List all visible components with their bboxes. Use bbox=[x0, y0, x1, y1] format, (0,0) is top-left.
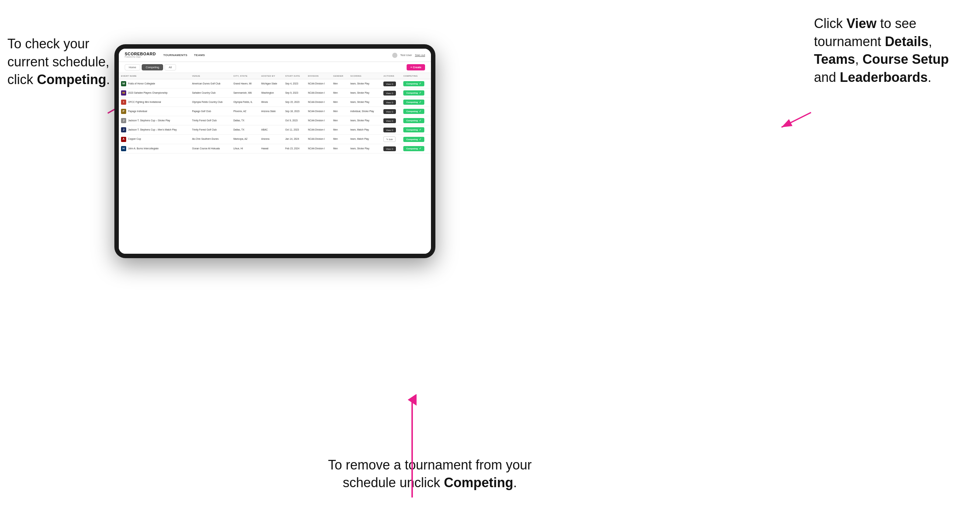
col-venue: VENUE bbox=[190, 73, 231, 79]
cell-gender: Men bbox=[331, 98, 348, 107]
cell-division: NCAA Division I bbox=[306, 144, 331, 153]
competing-button[interactable]: Competing ✓ bbox=[403, 109, 424, 114]
nav-teams[interactable]: TEAMS bbox=[194, 53, 205, 57]
cell-city: Grand Haven, MI bbox=[231, 79, 259, 89]
edit-button[interactable]: ✎ Edit bbox=[383, 137, 396, 142]
cell-start-date: Sep 18, 2023 bbox=[283, 107, 306, 116]
cell-competing: Competing ✓ bbox=[401, 125, 431, 135]
cell-competing: Competing ✓ bbox=[401, 107, 431, 116]
cell-city: Dallas, TX bbox=[231, 116, 259, 125]
cell-gender: Men bbox=[331, 107, 348, 116]
tablet-screen: SCOREBOARD Powered by clippi TOURNAMENTS… bbox=[119, 49, 431, 254]
logo-sub-text: Powered by clippi bbox=[125, 56, 156, 58]
event-name-cell: A Copper Cup bbox=[121, 137, 188, 142]
competing-button[interactable]: Competing ✓ bbox=[403, 127, 424, 132]
cell-action: View ⊙ bbox=[381, 144, 401, 153]
competing-button[interactable]: Competing ✓ bbox=[403, 100, 424, 105]
cell-venue: Trinity Forest Golf Club bbox=[190, 125, 231, 135]
cell-competing: Competing ✓ bbox=[401, 98, 431, 107]
filter-tabs: Home Competing All bbox=[125, 64, 176, 70]
nav-tournaments[interactable]: TOURNAMENTS bbox=[163, 53, 187, 57]
col-division: DIVISION bbox=[306, 73, 331, 79]
cell-action: View ⊙ bbox=[381, 89, 401, 98]
view-button[interactable]: View ⊙ bbox=[383, 109, 396, 114]
cell-start-date: Sep 9, 2023 bbox=[283, 89, 306, 98]
event-name-cell: J Jackson T. Stephens Cup – Men's Match … bbox=[121, 127, 188, 132]
event-name-cell: I OFCC Fighting Illini Invitational bbox=[121, 100, 188, 105]
cell-gender: Men bbox=[331, 125, 348, 135]
cell-event-name: J Jackson T. Stephens Cup – Men's Match … bbox=[119, 125, 190, 135]
view-button[interactable]: View ⊙ bbox=[383, 128, 396, 132]
col-event-name: EVENT NAME bbox=[119, 73, 190, 79]
cell-division: NCAA Division I bbox=[306, 107, 331, 116]
nav-bar: SCOREBOARD Powered by clippi TOURNAMENTS… bbox=[119, 49, 431, 62]
competing-button[interactable]: Competing ✓ bbox=[403, 81, 424, 86]
event-name-cell: P Papago Individual bbox=[121, 109, 188, 114]
cell-competing: Competing ✓ bbox=[401, 79, 431, 89]
tablet-frame: SCOREBOARD Powered by clippi TOURNAMENTS… bbox=[115, 44, 435, 258]
cell-scoring: team, Stroke Play bbox=[348, 116, 382, 125]
team-logo: P bbox=[121, 109, 126, 114]
cell-division: NCAA Division I bbox=[306, 116, 331, 125]
cell-division: NCAA Division I bbox=[306, 89, 331, 98]
view-button[interactable]: View ⊙ bbox=[383, 91, 396, 95]
cell-scoring: individual, Stroke Play bbox=[348, 107, 382, 116]
team-logo: I bbox=[121, 100, 126, 105]
event-name-cell: J Jackson T. Stephens Cup – Stroke Play bbox=[121, 118, 188, 123]
cell-venue: Trinity Forest Golf Club bbox=[190, 116, 231, 125]
cell-competing: Competing ✓ bbox=[401, 144, 431, 153]
cell-gender: Men bbox=[331, 116, 348, 125]
filter-tab-home[interactable]: Home bbox=[125, 64, 140, 70]
cell-hosted-by: Washington bbox=[259, 89, 283, 98]
cell-gender: Men bbox=[331, 89, 348, 98]
view-button[interactable]: View ⊙ bbox=[383, 118, 396, 123]
cell-hosted-by: Hawaii bbox=[259, 144, 283, 153]
create-button[interactable]: + Create bbox=[407, 64, 425, 70]
cell-division: NCAA Division I bbox=[306, 125, 331, 135]
arrow-view bbox=[778, 105, 815, 135]
cell-city: Phoenix, AZ bbox=[231, 107, 259, 116]
table-row: P Papago Individual Papago Golf ClubPhoe… bbox=[119, 107, 431, 116]
cell-scoring: team, Match Play bbox=[348, 135, 382, 144]
view-button[interactable]: View ⊙ bbox=[383, 100, 396, 105]
table-container: EVENT NAME VENUE CITY, STATE HOSTED BY S… bbox=[119, 73, 431, 254]
cell-action: View ⊙ bbox=[381, 79, 401, 89]
team-logo: J bbox=[121, 118, 126, 123]
cell-action: View ⊙ bbox=[381, 98, 401, 107]
annotation-top-left: To check your current schedule, click Co… bbox=[7, 35, 129, 89]
competing-button[interactable]: Competing ✓ bbox=[403, 118, 424, 123]
event-name-text: OFCC Fighting Illini Invitational bbox=[128, 101, 161, 104]
view-button[interactable]: View ⊙ bbox=[383, 146, 396, 151]
col-scoring: SCORING bbox=[348, 73, 382, 79]
cell-gender: Men bbox=[331, 144, 348, 153]
competing-button[interactable]: Competing ✓ bbox=[403, 90, 424, 95]
competing-button[interactable]: Competing ✓ bbox=[403, 146, 424, 151]
cell-start-date: Oct 11, 2023 bbox=[283, 125, 306, 135]
table-header-row: EVENT NAME VENUE CITY, STATE HOSTED BY S… bbox=[119, 73, 431, 79]
cell-event-name: M Folds of Honor Collegiate bbox=[119, 79, 190, 89]
competing-button[interactable]: Competing ✓ bbox=[403, 137, 424, 142]
cell-event-name: I OFCC Fighting Illini Invitational bbox=[119, 98, 190, 107]
cell-hosted-by bbox=[259, 116, 283, 125]
cell-action: View ⊙ bbox=[381, 116, 401, 125]
cell-venue: American Dunes Golf Club bbox=[190, 79, 231, 89]
cell-start-date: Oct 9, 2023 bbox=[283, 116, 306, 125]
table-body: M Folds of Honor Collegiate American Dun… bbox=[119, 79, 431, 153]
cell-competing: Competing ✓ bbox=[401, 89, 431, 98]
signout-link[interactable]: Sign out bbox=[415, 54, 425, 57]
cell-event-name: J Jackson T. Stephens Cup – Stroke Play bbox=[119, 116, 190, 125]
table-row: J Jackson T. Stephens Cup – Men's Match … bbox=[119, 125, 431, 135]
cell-division: NCAA Division I bbox=[306, 135, 331, 144]
cell-start-date: Sep 4, 2023 bbox=[283, 79, 306, 89]
cell-venue: Olympia Fields Country Club bbox=[190, 98, 231, 107]
col-gender: GENDER bbox=[331, 73, 348, 79]
filter-tab-competing[interactable]: Competing bbox=[142, 64, 163, 70]
event-name-text: John A. Burns Intercollegiate bbox=[128, 147, 159, 150]
cell-hosted-by: Arizona State bbox=[259, 107, 283, 116]
filter-tab-all[interactable]: All bbox=[165, 64, 176, 70]
team-logo: J bbox=[121, 127, 126, 132]
cell-gender: Men bbox=[331, 135, 348, 144]
view-button[interactable]: View ⊙ bbox=[383, 81, 396, 86]
table-row: I OFCC Fighting Illini Invitational Olym… bbox=[119, 98, 431, 107]
cell-scoring: team, Stroke Play bbox=[348, 79, 382, 89]
